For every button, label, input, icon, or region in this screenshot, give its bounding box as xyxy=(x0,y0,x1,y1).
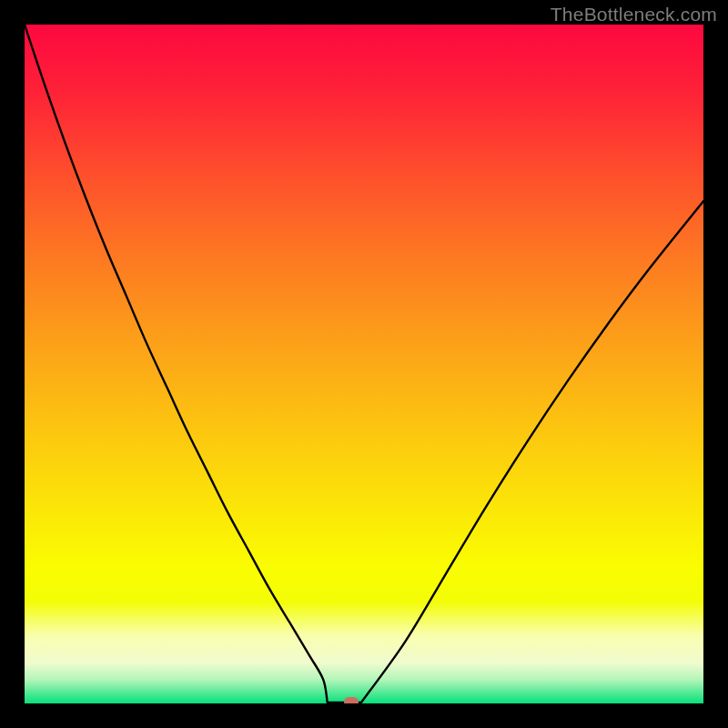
curve-layer xyxy=(25,25,703,703)
plot-area xyxy=(25,25,703,703)
chart-frame: TheBottleneck.com xyxy=(0,0,728,728)
optimum-marker xyxy=(344,697,359,703)
bottleneck-curve xyxy=(25,25,703,703)
watermark-text: TheBottleneck.com xyxy=(551,4,717,25)
